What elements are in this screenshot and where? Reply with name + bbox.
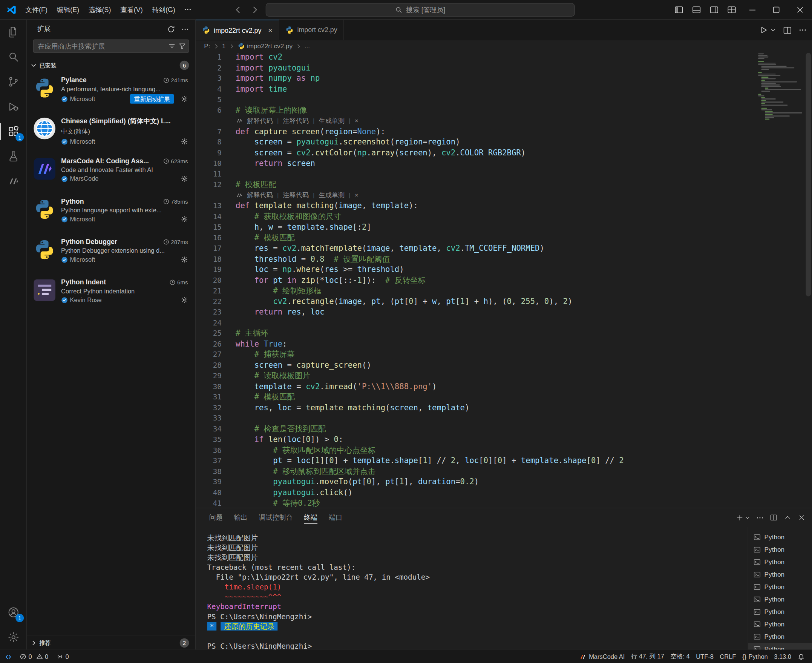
panel-tab[interactable]: 终端	[304, 508, 317, 527]
run-python-button[interactable]	[759, 25, 776, 35]
activity-accounts[interactable]: 1	[0, 600, 26, 625]
code-line[interactable]: 31 # 模板匹配	[195, 392, 812, 403]
extension-settings-gear[interactable]	[181, 296, 188, 304]
marscode-status[interactable]: MarsCode AI	[576, 650, 628, 663]
code-line[interactable]: 41 # 等待0.2秒	[195, 498, 812, 508]
cursor-position[interactable]: 行 47, 列 17	[628, 650, 667, 663]
activity-testing[interactable]	[0, 144, 26, 169]
code-line[interactable]: 20 for pt in zip(*loc[::-1]): # 反转坐标	[195, 275, 812, 286]
code-line[interactable]: 27 # 捕获屏幕	[195, 349, 812, 360]
code-line[interactable]: 17 res = cv2.matchTemplate(image, templa…	[195, 243, 812, 254]
code-line[interactable]: 6# 读取屏幕上的图像	[195, 105, 812, 115]
python-version-status[interactable]: 3.13.0	[771, 650, 794, 663]
activity-marscode[interactable]	[0, 169, 26, 194]
terminal-list-item[interactable]: Python	[748, 643, 812, 650]
code-line[interactable]: 2import pyautogui	[195, 63, 812, 73]
editor-scrollbar[interactable]	[805, 52, 812, 508]
code-line[interactable]: 25# 主循环	[195, 328, 812, 339]
code-line[interactable]: 5	[195, 94, 812, 105]
code-line[interactable]: 1import cv2	[195, 52, 812, 62]
tab-close-icon[interactable]: ×	[268, 26, 272, 34]
code-line[interactable]: 16 # 模板匹配	[195, 232, 812, 243]
code-line[interactable]: 29 # 读取模板图片	[195, 370, 812, 381]
maximize-panel-icon[interactable]	[783, 513, 792, 522]
activity-explorer[interactable]	[0, 19, 26, 45]
code-line[interactable]: 18 threshold = 0.8 # 设置匹配阈值	[195, 254, 812, 264]
code-line[interactable]: 36 # 获取匹配区域的中心点坐标	[195, 445, 812, 455]
terminal-list-item[interactable]: Python	[748, 581, 812, 593]
back-button[interactable]	[233, 5, 243, 15]
activity-settings[interactable]	[0, 625, 26, 650]
refresh-icon[interactable]	[167, 25, 175, 33]
editor-tab[interactable]: impo22rt cv2.py×	[195, 19, 279, 40]
code-line[interactable]: 37 pt = loc[1][0] + template.shape[1] //…	[195, 455, 812, 466]
code-line[interactable]: 3import numpy as np	[195, 73, 812, 84]
history-restore-label[interactable]: 还原的历史记录	[221, 622, 278, 631]
code-line[interactable]: 32 res, loc = template_matching(screen, …	[195, 403, 812, 413]
menu-item[interactable]: 查看(V)	[116, 3, 147, 16]
indent-status[interactable]: 空格: 4	[667, 650, 693, 663]
split-editor-icon[interactable]	[783, 25, 793, 35]
installed-section-header[interactable]: 已安装 6	[27, 59, 195, 72]
code-line[interactable]: 10 return screen	[195, 158, 812, 168]
code-line[interactable]: 12# 模板匹配	[195, 179, 812, 190]
close-window-button[interactable]	[788, 0, 812, 19]
extension-settings-gear[interactable]	[181, 256, 188, 263]
activity-run-debug[interactable]	[0, 94, 26, 119]
breadcrumb-item[interactable]: 1	[222, 43, 226, 50]
code-line[interactable]: 19 loc = np.where(res >= threshold)	[195, 264, 812, 275]
extension-list-item[interactable]: Python Debugger287msPython Debugger exte…	[27, 233, 195, 273]
customize-layout-icon[interactable]	[723, 0, 741, 19]
code-line[interactable]: 30 template = cv2.imread('P:\\1\\888.png…	[195, 381, 812, 391]
new-terminal-button[interactable]	[736, 513, 751, 522]
code-line[interactable]: 24	[195, 317, 812, 328]
minimap[interactable]	[758, 53, 804, 120]
extension-settings-gear[interactable]	[181, 95, 188, 103]
panel-tab[interactable]: 端口	[329, 508, 342, 527]
minimize-button[interactable]	[740, 0, 764, 19]
forward-button[interactable]	[250, 5, 260, 15]
menu-item[interactable]: 文件(F)	[21, 3, 52, 16]
ports-status[interactable]: 0	[53, 650, 74, 663]
menu-item[interactable]: 转到(G)	[147, 3, 180, 16]
activity-search[interactable]	[0, 45, 26, 70]
breadcrumb-item[interactable]: ...	[305, 43, 310, 50]
maximize-button[interactable]	[765, 0, 788, 19]
codelens-action[interactable]: 注释代码	[283, 190, 309, 200]
toggle-sidebar-icon[interactable]	[670, 0, 688, 19]
panel-tab[interactable]: 问题	[209, 508, 223, 527]
code-line[interactable]: 23 return res, loc	[195, 307, 812, 317]
codelens-action[interactable]: 生成单测	[319, 190, 345, 200]
eol-status[interactable]: CRLF	[717, 650, 739, 663]
code-line[interactable]: 15 h, w = template.shape[:2]	[195, 222, 812, 232]
language-status[interactable]: {} Python	[739, 650, 771, 663]
terminal-list-item[interactable]: Python	[748, 631, 812, 643]
terminal-list-item[interactable]: Python	[748, 618, 812, 631]
toggle-secondary-sidebar-icon[interactable]	[705, 0, 723, 19]
code-line[interactable]: 35 if len(loc[0]) > 0:	[195, 434, 812, 445]
toggle-panel-icon[interactable]	[688, 0, 705, 19]
terminal-list-item[interactable]: Python	[748, 568, 812, 581]
code-line[interactable]: 7def capture_screen(region=None):	[195, 126, 812, 137]
command-center-search[interactable]: 搜索 [管理员]	[266, 3, 575, 16]
menu-item[interactable]: 编辑(E)	[52, 3, 84, 16]
split-terminal-icon[interactable]	[769, 513, 778, 522]
remote-indicator[interactable]	[0, 650, 16, 663]
codelens-dismiss-icon[interactable]: ×	[355, 115, 358, 126]
extension-settings-gear[interactable]	[181, 215, 188, 223]
codelens-action[interactable]: 解释代码	[247, 190, 273, 200]
encoding-status[interactable]: UTF-8	[693, 650, 717, 663]
code-line[interactable]: 26while True:	[195, 339, 812, 349]
code-line[interactable]: 34 # 检查是否找到匹配	[195, 424, 812, 434]
editor-tab[interactable]: import cv2.py	[279, 19, 344, 40]
code-line[interactable]: 9 screen = cv2.cvtColor(np.array(screen)…	[195, 147, 812, 158]
extension-list-item[interactable]: MarsCode AI: Coding Ass...623msCode and …	[27, 152, 195, 193]
activity-source-control[interactable]	[0, 70, 26, 94]
terminal-list-item[interactable]: Python	[748, 593, 812, 606]
filter-funnel-icon[interactable]	[179, 43, 186, 50]
extension-list-item[interactable]: Chinese (Simplified) (简体中文) L...中文(简体)Mi…	[27, 112, 195, 152]
terminal-output[interactable]: 未找到匹配图片未找到匹配图片未找到匹配图片Traceback (most rec…	[195, 527, 747, 650]
extension-list-item[interactable]: Python785msPython language support with …	[27, 193, 195, 233]
code-line[interactable]: 39 pyautogui.moveTo(pt[0], pt[1], durati…	[195, 477, 812, 487]
terminal-list-item[interactable]: Python	[748, 606, 812, 618]
